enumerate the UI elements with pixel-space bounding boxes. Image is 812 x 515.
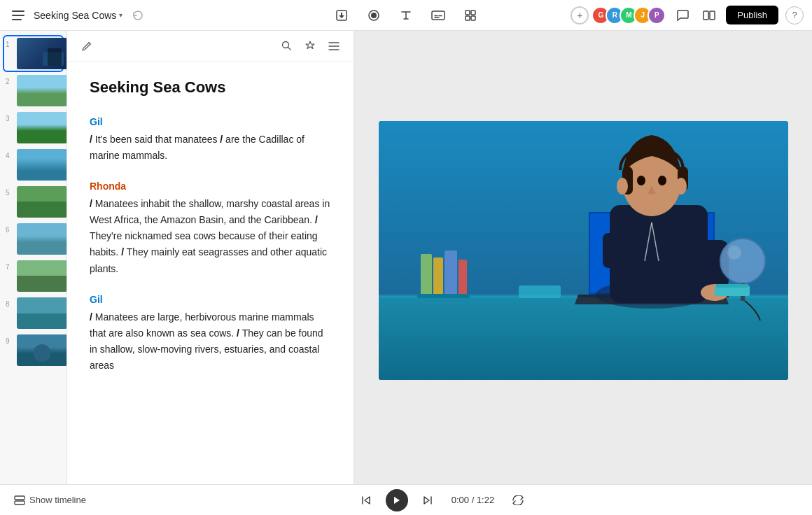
slide-img-9 — [17, 334, 67, 366]
slide-num-7: 7 — [6, 263, 14, 271]
svg-rect-10 — [471, 16, 475, 20]
slide-thumb-1[interactable]: 1 — [4, 36, 62, 71]
avatar-5: P — [648, 6, 666, 24]
media-panel — [354, 31, 812, 484]
slide-thumb-8[interactable]: 8 — [4, 296, 62, 330]
svg-rect-6 — [432, 11, 444, 20]
svg-rect-29 — [610, 205, 708, 303]
slide-num-2: 2 — [6, 78, 14, 85]
comments-icon[interactable] — [673, 6, 692, 25]
slide-thumb-6[interactable]: 6 — [4, 222, 62, 256]
slide-num-6: 6 — [6, 226, 14, 234]
speaker-name-gil-1: Gil — [90, 116, 331, 127]
play-controls — [356, 489, 438, 512]
svg-point-39 — [637, 176, 645, 185]
play-button[interactable] — [386, 489, 408, 512]
script-panel: Seeking Sea Cows Gil / It's been said th… — [67, 31, 354, 484]
slide-num-5: 5 — [6, 189, 14, 197]
list-icon[interactable] — [326, 38, 342, 55]
magic-icon[interactable] — [302, 38, 318, 55]
slide-num-3: 3 — [6, 115, 14, 122]
captions-icon[interactable] — [428, 6, 448, 25]
media-image — [379, 121, 788, 380]
slide-thumb-4[interactable]: 4 — [4, 148, 62, 182]
scene-svg — [379, 121, 788, 380]
download-icon[interactable] — [332, 6, 351, 25]
slide-img-2 — [17, 75, 67, 106]
svg-rect-1 — [12, 15, 24, 16]
doc-title[interactable]: Seeking Sea Cows ▾ — [34, 10, 122, 21]
cursor-mark-5: / — [121, 246, 124, 258]
add-collaborator-button[interactable]: + — [570, 6, 589, 24]
svg-point-13 — [282, 42, 288, 48]
svg-rect-48 — [716, 284, 748, 288]
speaker-block-1: Gil / It's been said that manatees / are… — [90, 116, 331, 164]
svg-point-40 — [658, 176, 666, 185]
slide-thumb-2[interactable]: 2 — [4, 73, 62, 108]
slide-thumb-9[interactable]: 9 — [4, 333, 62, 367]
show-timeline-button[interactable]: Show timeline — [14, 495, 86, 505]
bottom-center: 0:00 / 1:22 — [86, 489, 798, 512]
script-title: Seeking Sea Cows — [90, 78, 331, 97]
show-timeline-label: Show timeline — [29, 495, 86, 505]
current-time: 0:00 — [451, 495, 469, 505]
slide-thumb-7[interactable]: 7 — [4, 259, 62, 293]
script-toolbar — [67, 31, 354, 62]
menu-icon[interactable] — [8, 6, 28, 25]
svg-rect-21 — [417, 294, 470, 298]
view-toggle-icon[interactable] — [699, 6, 719, 25]
slide-num-8: 8 — [6, 300, 14, 308]
slide-num-4: 4 — [6, 152, 14, 160]
svg-rect-11 — [704, 11, 708, 20]
help-button[interactable]: ? — [785, 6, 804, 24]
svg-rect-9 — [465, 16, 470, 20]
grid-icon[interactable] — [461, 6, 480, 25]
time-display: 0:00 / 1:22 — [451, 495, 494, 505]
slide-thumb-3[interactable]: 3 — [4, 111, 62, 145]
record-icon[interactable] — [364, 6, 384, 25]
slide-img-6 — [17, 223, 67, 255]
pen-tool-icon[interactable] — [78, 38, 95, 55]
slide-panel: 1 2 3 4 5 — [0, 31, 67, 484]
speaker-text-2: / Manatees inhabit the shallow, marshy c… — [90, 196, 331, 276]
svg-rect-19 — [444, 251, 457, 297]
script-content: Seeking Sea Cows Gil / It's been said th… — [67, 62, 354, 484]
avatar-group: G R M J P — [596, 6, 666, 24]
slide-num-1: 1 — [6, 41, 14, 48]
slide-img-4 — [17, 149, 67, 181]
skip-forward-button[interactable] — [418, 491, 438, 510]
svg-rect-50 — [15, 501, 24, 505]
search-icon[interactable] — [278, 38, 295, 55]
publish-button[interactable]: Publish — [726, 6, 778, 24]
skip-back-button[interactable] — [356, 491, 376, 510]
speaker-name-rhonda: Rhonda — [90, 181, 331, 192]
speaker-text-1: / It's been said that manatees / are the… — [90, 132, 331, 164]
cursor-mark-1: / — [90, 134, 92, 145]
svg-rect-7 — [465, 10, 470, 15]
svg-rect-22 — [519, 285, 561, 298]
svg-point-5 — [371, 13, 377, 18]
cursor-mark-3: / — [90, 198, 92, 209]
svg-rect-15 — [379, 296, 788, 380]
svg-point-41 — [676, 178, 687, 195]
slide-num-9: 9 — [6, 337, 14, 345]
svg-point-46 — [727, 246, 741, 260]
slide-thumb-5[interactable]: 5 — [4, 185, 62, 219]
doc-chevron: ▾ — [119, 11, 122, 19]
text-icon[interactable] — [396, 6, 416, 25]
slide-img-8 — [17, 297, 67, 329]
svg-rect-0 — [12, 10, 24, 12]
speaker-block-3: Gil / Manatees are large, herbivorous ma… — [90, 294, 331, 374]
loop-button[interactable] — [508, 491, 528, 510]
cursor-mark-7: / — [237, 327, 239, 339]
svg-rect-2 — [12, 19, 22, 20]
undo-icon[interactable] — [128, 6, 148, 25]
topbar-right: + G R M J P Publish ? — [570, 6, 804, 25]
slide-img-7 — [17, 260, 67, 292]
main-content: 1 2 3 4 5 — [0, 31, 812, 484]
svg-rect-8 — [471, 10, 475, 15]
svg-rect-12 — [710, 11, 715, 20]
svg-rect-49 — [15, 496, 24, 500]
doc-title-text: Seeking Sea Cows — [34, 10, 116, 21]
script-toolbar-right — [278, 38, 342, 55]
